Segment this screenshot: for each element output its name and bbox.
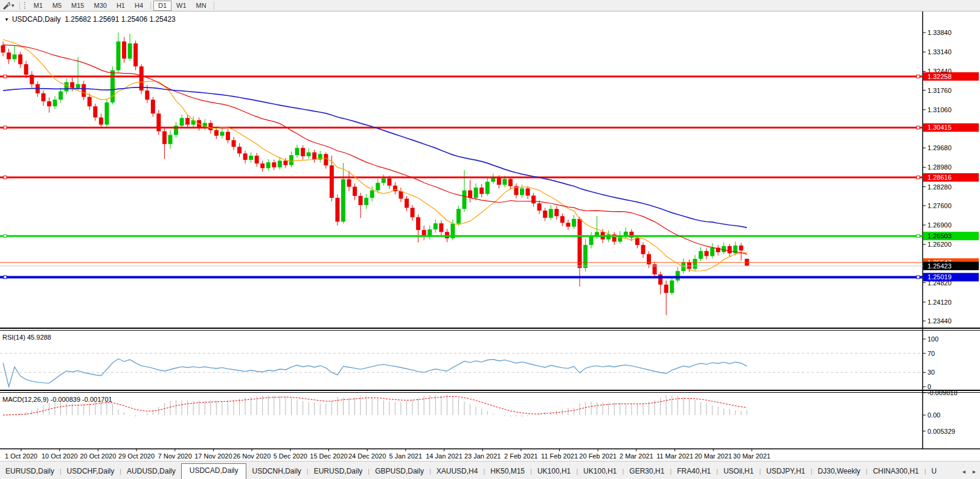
svg-text:70: 70 (927, 350, 935, 357)
rsi-name: RSI(14) (2, 334, 25, 341)
timeframe-button-m5[interactable]: M5 (48, 1, 66, 11)
tab-ger30-h1[interactable]: GER30,H1 (624, 465, 670, 479)
tab-uk100-h1[interactable]: UK100,H1 (532, 465, 576, 479)
timeframe-button-h4[interactable]: H4 (130, 1, 148, 11)
svg-text:1.23440: 1.23440 (927, 317, 952, 325)
svg-text:1.31760: 1.31760 (927, 87, 952, 94)
timeframe-button-group: M1M5M15M30H1H4D1W1MN (29, 1, 217, 11)
svg-text:2 Feb 2021: 2 Feb 2021 (504, 452, 538, 460)
tab-audusd-daily[interactable]: AUDUSD,Daily (121, 465, 181, 479)
timeframe-button-m15[interactable]: M15 (66, 1, 89, 11)
toolbar-separator (150, 2, 151, 10)
horizontal-lines (0, 75, 923, 279)
svg-text:5 Jan 2021: 5 Jan 2021 (389, 452, 422, 460)
tab-usoil-h1[interactable]: USOil,H1 (718, 465, 759, 479)
hline-price-labels: 1.322581.304151.286161.265031.255471.250… (923, 72, 979, 282)
svg-text:0.00: 0.00 (927, 411, 940, 419)
macd-pane: 0.0053290.00-0.009818 (3, 389, 958, 435)
tab-usdjpy-h1[interactable]: USDJPY,H1 (761, 465, 810, 479)
svg-text:30: 30 (927, 369, 935, 376)
svg-text:1.27600: 1.27600 (927, 202, 952, 209)
toolbar-separator (214, 2, 214, 10)
tab-usdcnh-daily[interactable]: USDCNH,Daily (246, 465, 306, 479)
timeframe-button-m30[interactable]: M30 (89, 1, 112, 11)
macd-values: -0.000839 -0.001701 (50, 396, 112, 403)
svg-text:2 Mar 2021: 2 Mar 2021 (620, 452, 653, 460)
macd-signal-line (3, 396, 747, 415)
svg-text:1.28280: 1.28280 (927, 183, 952, 191)
svg-text:1.25423: 1.25423 (927, 262, 952, 270)
candlestick-series (1, 33, 749, 315)
svg-text:1.32258: 1.32258 (927, 73, 952, 80)
rsi-indicator-label: RSI(14) 45.9288 (2, 334, 51, 341)
mt4-platform: { "toolbar": { "dropdown_glyph": "▾", "t… (0, 0, 980, 479)
tab-china300-h1[interactable]: CHINA300,H1 (868, 465, 924, 479)
tab-fra40-h1[interactable]: FRA40,H1 (671, 465, 716, 479)
time-axis: 1 Oct 202010 Oct 202020 Oct 202029 Oct 2… (5, 449, 770, 460)
svg-text:7 Nov 2020: 7 Nov 2020 (158, 452, 192, 460)
tab-u[interactable]: U (926, 465, 943, 479)
tab-usdchf-daily[interactable]: USDCHF,Daily (62, 465, 120, 479)
svg-text:30 Mar 2021: 30 Mar 2021 (733, 452, 770, 460)
rsi-value: 45.9288 (27, 334, 51, 341)
svg-text:1.26900: 1.26900 (927, 221, 952, 229)
timeframe-button-d1[interactable]: D1 (153, 1, 171, 11)
svg-text:1 Oct 2020: 1 Oct 2020 (5, 452, 37, 460)
svg-text:20 Oct 2020: 20 Oct 2020 (80, 452, 116, 460)
rsi-line (3, 359, 747, 387)
macd-name: MACD(12,26,9) (2, 396, 48, 403)
tab-eurusd-daily[interactable]: EURUSD,Daily (309, 465, 368, 479)
chart-ohlc-values: 1.25682 1.25691 1.25406 1.25423 (65, 15, 176, 24)
tab-xauusd-h4[interactable]: XAUUSD,H4 (431, 465, 484, 479)
svg-text:1.29680: 1.29680 (927, 144, 952, 151)
svg-text:23 Jan 2021: 23 Jan 2021 (464, 452, 501, 460)
svg-text:26 Nov 2020: 26 Nov 2020 (233, 452, 271, 460)
chart-menu-icon[interactable]: ▼ (4, 17, 9, 22)
svg-text:1.28616: 1.28616 (927, 174, 952, 181)
tab-dj30-weekly[interactable]: DJ30,Weekly (812, 465, 865, 479)
toolbar-separator (19, 2, 20, 10)
tool-dropdown-arrow-icon[interactable]: ▾ (11, 2, 14, 8)
svg-text:1.25019: 1.25019 (927, 273, 952, 281)
rsi-pane: 10070300 (0, 335, 938, 390)
svg-text:1.26503: 1.26503 (927, 232, 952, 240)
tab-eurusd-daily[interactable]: EURUSD,Daily (0, 465, 60, 479)
svg-text:15 Dec 2020: 15 Dec 2020 (310, 452, 347, 460)
svg-text:100: 100 (927, 335, 938, 343)
toolbar-grip (24, 2, 27, 9)
timeframe-button-h1[interactable]: H1 (112, 1, 130, 11)
tab-usdcad-daily[interactable]: USDCAD,Daily (181, 463, 247, 479)
crosshair-tool-icon[interactable] (2, 1, 10, 10)
chart-window: 1.338401.331401.324401.317601.310601.296… (0, 11, 980, 462)
svg-text:1.33140: 1.33140 (927, 48, 952, 56)
timeframe-button-m1[interactable]: M1 (29, 1, 48, 11)
svg-text:1.33840: 1.33840 (927, 29, 952, 36)
svg-text:1.28980: 1.28980 (927, 163, 952, 171)
svg-text:14 Jan 2021: 14 Jan 2021 (426, 452, 463, 460)
chart-tab-bar: EURUSD,Daily|USDCHF,Daily|AUDUSD,DailyUS… (0, 461, 980, 479)
svg-text:24 Dec 2020: 24 Dec 2020 (348, 452, 386, 460)
svg-text:20 Feb 2021: 20 Feb 2021 (579, 452, 617, 460)
svg-text:0.005329: 0.005329 (927, 428, 955, 435)
tab-hk50-m15[interactable]: HK50,M15 (485, 465, 530, 479)
timeframe-button-w1[interactable]: W1 (171, 1, 191, 11)
tab-gbpusd-daily[interactable]: GBPUSD,Daily (370, 465, 429, 479)
svg-text:20 Mar 2021: 20 Mar 2021 (694, 452, 732, 460)
svg-text:17 Nov 2020: 17 Nov 2020 (194, 452, 232, 460)
chart-symbol-period: USDCAD,Daily (12, 15, 61, 24)
tab-uk100-h1[interactable]: UK100,H1 (578, 465, 622, 479)
chart-canvas[interactable]: 1.338401.331401.324401.317601.310601.296… (0, 11, 980, 462)
chart-title: ▼USDCAD,Daily 1.25682 1.25691 1.25406 1.… (4, 15, 176, 24)
svg-text:-0.009818: -0.009818 (927, 389, 958, 396)
ma-slow-line (3, 87, 747, 227)
tab-scroll-arrows[interactable]: ◄ ► (961, 469, 979, 475)
svg-text:1.30415: 1.30415 (927, 124, 952, 131)
macd-indicator-label: MACD(12,26,9) -0.000839 -0.001701 (2, 396, 112, 403)
svg-text:10 Oct 2020: 10 Oct 2020 (42, 452, 78, 460)
timeframe-button-mn[interactable]: MN (191, 1, 211, 11)
svg-text:29 Oct 2020: 29 Oct 2020 (118, 452, 155, 460)
svg-text:5 Dec 2020: 5 Dec 2020 (274, 452, 307, 460)
svg-text:1.31060: 1.31060 (927, 106, 952, 113)
svg-text:11 Feb 2021: 11 Feb 2021 (541, 452, 578, 460)
svg-text:1.26200: 1.26200 (927, 241, 952, 248)
